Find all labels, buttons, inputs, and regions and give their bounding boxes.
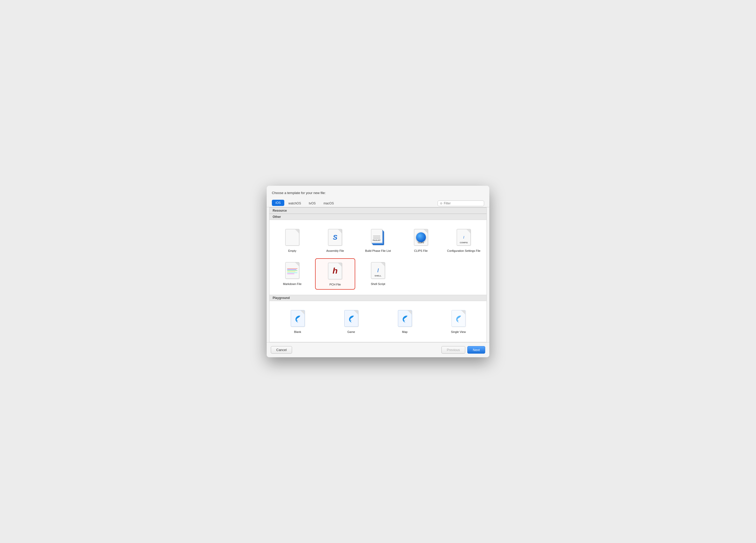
map-swift-icon	[397, 309, 413, 328]
shell-file-icon: I SHELL	[370, 261, 386, 280]
pch-file-icon: h	[327, 261, 343, 281]
template-item-build-phase[interactable]: FILELIST Build Phase File List	[358, 225, 398, 255]
filter-input-wrapper: ⊜	[438, 200, 484, 206]
tab-tvos[interactable]: tvOS	[305, 200, 319, 206]
template-item-markdown[interactable]: Markdown File	[272, 258, 312, 290]
template-item-blank[interactable]: Blank	[272, 306, 323, 337]
template-item-shell[interactable]: I SHELL Shell Script	[358, 258, 398, 290]
empty-label: Empty	[288, 249, 296, 253]
footer-right: Previous Next	[441, 346, 485, 354]
other-items-grid: Empty S Assembly File F	[270, 220, 486, 295]
section-playground-header: Playground	[270, 295, 486, 301]
footer-left: Cancel	[271, 346, 292, 354]
dialog-title: Choose a template for your new file:	[272, 191, 326, 195]
dialog-footer: Cancel Previous Next	[267, 342, 489, 357]
game-label: Game	[347, 330, 355, 334]
single-view-swift-icon	[450, 309, 467, 328]
template-item-game[interactable]: Game	[326, 306, 377, 337]
tab-macos[interactable]: macOS	[320, 200, 337, 206]
template-item-single-view[interactable]: Single View	[433, 306, 484, 337]
assembly-file-icon: S	[327, 228, 343, 247]
pch-label: PCH File	[329, 283, 341, 287]
filter-input[interactable]	[444, 201, 482, 205]
previous-button[interactable]: Previous	[441, 346, 466, 354]
content-area: Resource Other Empty S Assembly File	[269, 207, 487, 342]
next-button[interactable]: Next	[467, 346, 485, 354]
build-phase-icon-wrapper: FILELIST	[370, 228, 386, 247]
single-view-label: Single View	[451, 330, 466, 334]
assembly-label: Assembly File	[326, 249, 344, 253]
config-file-icon: I CONFIG	[455, 228, 472, 247]
shell-label: Shell Script	[371, 282, 385, 286]
build-phase-label: Build Phase File List	[365, 249, 391, 253]
dialog-header: Choose a template for your new file:	[267, 186, 489, 198]
template-item-clips[interactable]: CLIPS CLIPS File	[401, 225, 441, 255]
template-item-config[interactable]: I CONFIG Configuration Settings File	[444, 225, 484, 255]
template-item-assembly[interactable]: S Assembly File	[315, 225, 355, 255]
clips-file-icon: CLIPS	[413, 228, 429, 247]
clips-label: CLIPS File	[414, 249, 428, 253]
markdown-label: Markdown File	[283, 282, 302, 286]
filter-container: ⊜	[438, 200, 484, 206]
playground-items-grid: Blank Game	[270, 301, 486, 342]
section-resource-header: Resource	[270, 207, 486, 214]
empty-file-icon	[284, 228, 301, 247]
tab-bar: iOS watchOS tvOS macOS ⊜	[267, 198, 489, 207]
cancel-button[interactable]: Cancel	[271, 346, 292, 354]
template-item-empty[interactable]: Empty	[272, 225, 312, 255]
markdown-file-icon	[284, 261, 301, 280]
template-item-pch[interactable]: h PCH File	[315, 258, 355, 290]
filter-icon: ⊜	[440, 201, 442, 205]
template-item-map[interactable]: Map	[379, 306, 430, 337]
blank-swift-icon	[289, 309, 306, 328]
game-swift-icon	[343, 309, 360, 328]
map-label: Map	[402, 330, 408, 334]
tab-watchos[interactable]: watchOS	[285, 200, 305, 206]
section-other-header: Other	[270, 214, 486, 220]
blank-label: Blank	[294, 330, 301, 334]
tab-ios[interactable]: iOS	[272, 200, 284, 206]
config-label: Configuration Settings File	[447, 249, 481, 253]
template-chooser-dialog: Choose a template for your new file: iOS…	[267, 186, 489, 357]
